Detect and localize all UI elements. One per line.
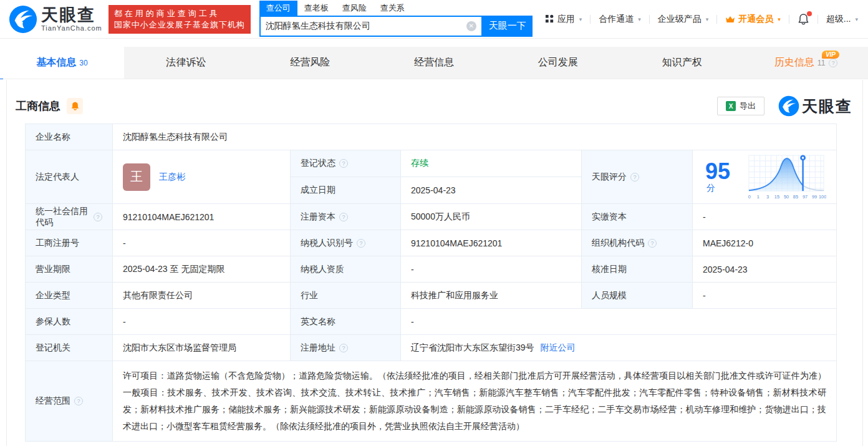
tab-history-info[interactable]: VIP 历史信息 11 ? (744, 47, 868, 79)
company-tab-bar: 基本信息 30 法律诉讼 经营风险 经营信息 公司发展 知识产权 VIP 历史信… (0, 47, 868, 79)
reg-status-label-text: 登记状态 (301, 158, 335, 169)
nav-divider (590, 15, 591, 24)
tab-label: 知识产权 (662, 56, 702, 69)
nav-partner-channel[interactable]: 合作通道 ▾ (599, 14, 641, 25)
reg-capital-label: 注册资本 ? (291, 204, 401, 230)
nav-partner-label: 合作通道 (599, 14, 634, 25)
svg-text:0: 0 (748, 193, 751, 199)
business-scope-label: 经营范围 ? (26, 361, 113, 441)
reg-capital-label-text: 注册资本 (301, 211, 335, 223)
table-row: 营业期限 2025-04-23 至 无固定期限 纳税人资质 - 核准日期 202… (26, 256, 836, 283)
insured-count-label: 参保人数 (26, 309, 113, 334)
logo-domain: TianYanCha.com (41, 24, 102, 32)
tyc-score-label: 天眼评分 ? (582, 150, 693, 203)
clear-icon[interactable]: ✕ (466, 21, 476, 31)
svg-text:97: 97 (803, 193, 808, 199)
legal-rep-avatar[interactable]: 王 (123, 163, 150, 191)
top-header: 天眼查 TianYanCha.com 都在用的商业查询工具 国家中小企业发展子基… (0, 0, 868, 39)
company-type-label: 企业类型 (26, 283, 113, 308)
taxpayer-quality-label: 纳税人资质 (291, 256, 401, 282)
company-type-value: 其他有限责任公司 (113, 283, 291, 308)
reg-authority-value: 沈阳市大东区市场监督管理局 (113, 335, 291, 361)
nav-enterprise-products[interactable]: 企业级产品 ▾ (658, 14, 709, 25)
tab-intellectual-property[interactable]: 知识产权 (620, 47, 744, 79)
tab-legal-proceedings[interactable]: 法律诉讼 (124, 47, 248, 79)
reg-address-label: 注册地址 ? (291, 335, 401, 361)
notification-bell[interactable] (798, 13, 809, 26)
crown-icon (725, 15, 735, 24)
chevron-down-icon: ▾ (579, 16, 582, 22)
nav-divider (716, 15, 717, 24)
help-icon[interactable]: ? (339, 213, 348, 221)
table-row: 统一社会信用代码 ? 91210104MAEJ621201 注册资本 ? 500… (26, 204, 836, 230)
vip-badge: VIP (822, 51, 839, 59)
tianyancha-logo[interactable]: 天眼查 TianYanCha.com (9, 5, 102, 34)
notification-dot (807, 11, 812, 16)
nav-apps[interactable]: 应用 ▾ (545, 14, 582, 25)
search-tab-boss[interactable]: 查老板 (297, 1, 335, 16)
section-title: 工商信息 (16, 99, 60, 114)
taxpayer-id-value: 91210104MAEJ621201 (401, 230, 582, 256)
help-icon[interactable]: ? (74, 397, 83, 405)
insured-count-value: - (113, 309, 291, 334)
search-tab-company[interactable]: 查公司 (259, 1, 297, 16)
search-box: ✕ (259, 16, 483, 37)
score-number: 95分 (705, 160, 738, 194)
reg-address-cell: 辽宁省沈阳市大东区东望街39号 附近公司 (401, 335, 836, 361)
status-date-subtable: 登记状态 ? 存续 成立日期 2025-04-23 (291, 150, 582, 203)
tianyancha-logo-icon (9, 5, 37, 34)
tab-operating-info[interactable]: 经营信息 (372, 47, 496, 79)
legal-rep-name-link[interactable]: 王彦彬 (159, 172, 185, 183)
table-row: 工商注册号 - 纳税人识别号 ? 91210104MAEJ621201 组织机构… (26, 230, 836, 256)
tab-basic-info[interactable]: 基本信息 30 (0, 47, 124, 79)
staff-size-label: 人员规模 (582, 283, 693, 308)
nav-open-membership[interactable]: 开通会员 ▾ (725, 14, 781, 25)
tianyancha-company-page: 天眼查 TianYanCha.com 都在用的商业查询工具 国家中小企业发展子基… (0, 0, 868, 446)
bell-icon (70, 101, 80, 111)
establish-date-value: 2025-04-23 (401, 177, 581, 203)
help-icon[interactable]: ? (357, 239, 365, 248)
org-code-value: MAEJ6212-0 (693, 230, 836, 256)
paid-capital-value: - (693, 204, 836, 230)
score-axis-ticks: 0 1 3 15 50 85 97 99 100 (748, 193, 826, 199)
table-row: 法定代表人 王 王彦彬 登记状态 ? 存续 成立日期 202 (26, 150, 836, 204)
slogan-banner: 都在用的商业查询工具 国家中小企业发展子基金旗下机构 (109, 5, 251, 34)
taxpayer-id-label: 纳税人识别号 ? (291, 230, 401, 256)
help-icon[interactable]: ? (339, 344, 348, 352)
help-icon[interactable]: ? (94, 213, 102, 221)
slogan-line-2: 国家中小企业发展子基金旗下机构 (114, 19, 245, 31)
chevron-down-icon: ▾ (638, 16, 641, 22)
establish-date-label: 成立日期 (291, 177, 401, 203)
tab-label: 经营风险 (290, 56, 330, 69)
taxpayer-id-label-text: 纳税人识别号 (301, 238, 353, 249)
help-icon[interactable]: ? (648, 239, 657, 248)
score-value: 95 (705, 158, 730, 184)
svg-text:50: 50 (784, 193, 789, 199)
search-input[interactable] (261, 21, 466, 31)
nav-divider (789, 15, 789, 24)
search-tab-relation[interactable]: 查关系 (374, 1, 412, 16)
help-icon[interactable]: ? (829, 59, 837, 67)
tab-label: 法律诉讼 (166, 56, 206, 69)
nearby-companies-link[interactable]: 附近公司 (541, 342, 576, 354)
table-row: 企业名称 沈阳醇氢生态科技有限公司 (26, 124, 836, 150)
org-code-label: 组织机构代码 ? (582, 230, 693, 256)
nav-super-vip[interactable]: 超级... ▾ (826, 14, 858, 25)
subscribe-bell-button[interactable] (67, 98, 83, 114)
credit-code-value: 91210104MAEJ621201 (113, 204, 291, 230)
top-nav: 应用 ▾ 合作通道 ▾ 企业级产品 ▾ 开通会员 ▾ (545, 13, 858, 26)
table-row: 参保人数 - 英文名称 - (26, 309, 836, 335)
search-tab-risk[interactable]: 查风险 (335, 1, 374, 16)
table-row: 企业类型 其他有限责任公司 行业 科技推广和应用服务业 人员规模 - (26, 283, 836, 309)
search-button[interactable]: 天眼一下 (483, 16, 533, 37)
tab-company-development[interactable]: 公司发展 (496, 47, 620, 79)
main-content: 工商信息 X 导出 天眼查 (0, 96, 868, 442)
reg-address-label-text: 注册地址 (301, 342, 335, 354)
excel-icon: X (726, 101, 736, 111)
tab-operating-risk[interactable]: 经营风险 (248, 47, 372, 79)
help-icon[interactable]: ? (630, 173, 639, 182)
reg-authority-label: 登记机关 (26, 335, 113, 361)
export-button[interactable]: X 导出 (717, 97, 764, 115)
svg-text:85: 85 (793, 193, 798, 199)
help-icon[interactable]: ? (339, 159, 348, 168)
